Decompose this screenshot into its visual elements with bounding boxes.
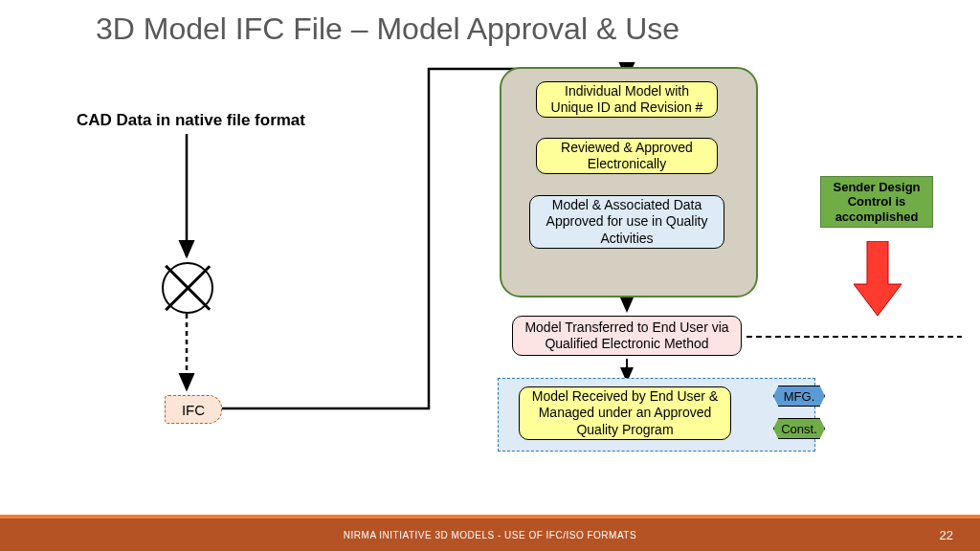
const-tag: Const. — [773, 418, 825, 439]
box-transferred: Model Transferred to End User via Qualif… — [512, 316, 742, 356]
sender-note: Sender Design Control is accomplished — [820, 176, 933, 228]
page-title: 3D Model IFC File – Model Approval & Use — [96, 11, 679, 47]
box-reviewed: Reviewed & Approved Electronically — [536, 138, 718, 174]
box-approved-quality: Model & Associated Data Approved for use… — [529, 195, 724, 249]
box-received: Model Received by End User & Managed und… — [519, 386, 731, 440]
connectors — [0, 0, 980, 551]
cad-label: CAD Data in native file format — [77, 111, 305, 130]
slide: 3D Model IFC File – Model Approval & Use… — [0, 0, 980, 551]
ifc-tag: IFC — [165, 395, 222, 424]
page-number: 22 — [940, 528, 953, 542]
footer-text: NIRMA INITIATIVE 3D MODELS - USE OF IFC/… — [0, 518, 980, 551]
box-unique-id: Individual Model with Unique ID and Revi… — [536, 81, 718, 118]
process-node-icon — [162, 262, 213, 314]
down-arrow-icon — [854, 241, 902, 318]
mfg-tag: MFG. — [773, 386, 825, 407]
svg-marker-12 — [854, 241, 902, 316]
